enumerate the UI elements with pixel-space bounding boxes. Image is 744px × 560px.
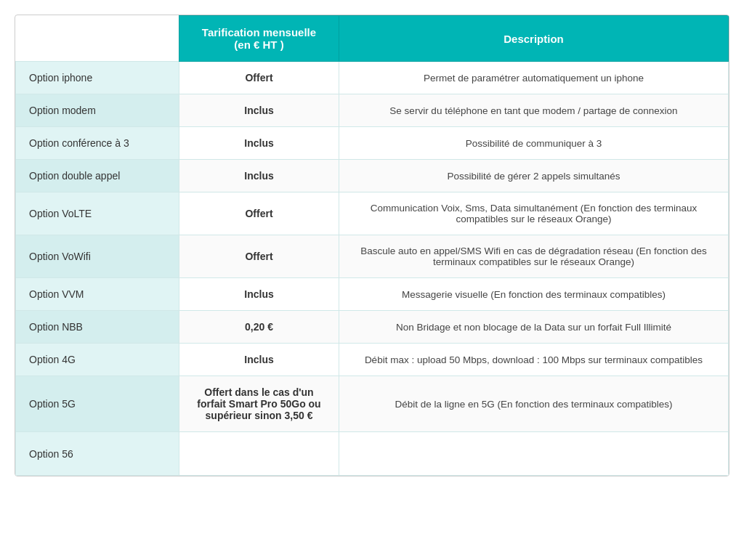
header-tarif: Tarification mensuelle (en € HT ) (179, 16, 339, 62)
option-description: Possibilité de communiquer à 3 (339, 127, 729, 160)
option-tarif: Offert (179, 235, 339, 278)
option-name: Option 5G (16, 376, 179, 432)
table-row: Option VoWifiOffertBascule auto en appel… (16, 235, 729, 278)
option-tarif: Offert (179, 192, 339, 235)
option-tarif: Offert (179, 62, 339, 94)
table-row: Option NBB0,20 €Non Bridage et non bloca… (16, 311, 729, 344)
option-name: Option double appel (16, 160, 179, 192)
table-row: Option iphoneOffertPermet de paramétrer … (16, 62, 729, 94)
option-name: Option conférence à 3 (16, 127, 179, 160)
header-tarif-line1: Tarification mensuelle (202, 26, 316, 38)
option-name: Option VoWifi (16, 235, 179, 278)
option-tarif: Inclus (179, 94, 339, 127)
pricing-table-wrapper: Tarification mensuelle (en € HT ) Descri… (15, 15, 729, 476)
table-row: Option 4GInclusDébit max : upload 50 Mbp… (16, 344, 729, 376)
option-description: Messagerie visuelle (En fonction des ter… (339, 278, 729, 311)
option-description: Non Bridage et non blocage de la Data su… (339, 311, 729, 344)
option-name: Option modem (16, 94, 179, 127)
option-name: Option NBB (16, 311, 179, 344)
table-row: Option 56 (16, 432, 729, 476)
option-tarif: Inclus (179, 278, 339, 311)
option-tarif: 0,20 € (179, 311, 339, 344)
option-description: Se servir du téléphone en tant que modem… (339, 94, 729, 127)
option-description (339, 432, 729, 476)
table-row: Option double appelInclusPossibilité de … (16, 160, 729, 192)
option-description: Débit max : upload 50 Mbps, download : 1… (339, 344, 729, 376)
table-row: Option VoLTEOffertCommunication Voix, Sm… (16, 192, 729, 235)
pricing-table: Tarification mensuelle (en € HT ) Descri… (15, 15, 729, 476)
option-tarif: Offert dans le cas d'un forfait Smart Pr… (179, 376, 339, 432)
option-description: Permet de paramétrer automatiquement un … (339, 62, 729, 94)
table-row: Option VVMInclusMessagerie visuelle (En … (16, 278, 729, 311)
header-description: Description (339, 16, 729, 62)
option-description: Débit de la ligne en 5G (En fonction des… (339, 376, 729, 432)
header-tarif-line2: (en € HT ) (234, 38, 283, 51)
table-row: Option modemInclusSe servir du téléphone… (16, 94, 729, 127)
option-description: Communication Voix, Sms, Data simultaném… (339, 192, 729, 235)
option-tarif: Inclus (179, 160, 339, 192)
option-name: Option 56 (16, 432, 179, 476)
table-row: Option 5GOffert dans le cas d'un forfait… (16, 376, 729, 432)
header-option (16, 16, 179, 62)
option-description: Possibilité de gérer 2 appels simultanés (339, 160, 729, 192)
option-tarif (179, 432, 339, 476)
option-name: Option 4G (16, 344, 179, 376)
option-description: Bascule auto en appel/SMS Wifi en cas de… (339, 235, 729, 278)
option-tarif: Inclus (179, 127, 339, 160)
option-name: Option VVM (16, 278, 179, 311)
option-name: Option iphone (16, 62, 179, 94)
table-row: Option conférence à 3InclusPossibilité d… (16, 127, 729, 160)
option-tarif: Inclus (179, 344, 339, 376)
option-name: Option VoLTE (16, 192, 179, 235)
